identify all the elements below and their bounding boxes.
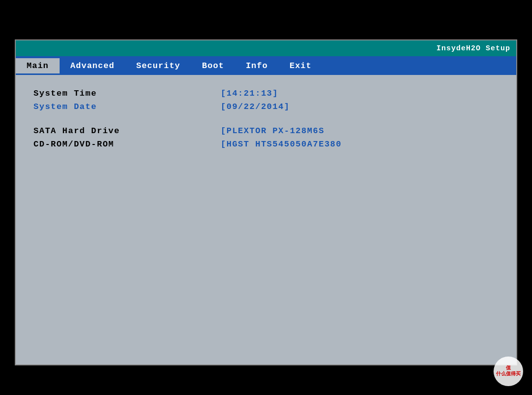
menu-item-security[interactable]: Security [125,58,191,73]
section-gap-1 [33,115,499,126]
cdrom-value: [HGST HTS545050A7E380 [221,140,342,149]
menu-item-exit[interactable]: Exit [279,58,323,73]
menu-item-main[interactable]: Main [16,58,60,73]
system-time-row: System Time [14:21:13] [33,89,499,98]
brand-bar: InsydeH2O Setup [16,40,516,56]
sata-drive-value: [PLEXTOR PX-128M6S [221,126,325,136]
sata-drive-row: SATA Hard Drive [PLEXTOR PX-128M6S [33,126,499,136]
system-time-label: System Time [33,89,221,98]
menu-item-boot[interactable]: Boot [191,58,235,73]
menu-item-advanced[interactable]: Advanced [60,58,126,73]
system-date-row: System Date [09/22/2014] [33,102,499,111]
system-date-value[interactable]: [09/22/2014] [221,102,290,111]
bios-content: System Time [14:21:13] System Date [09/2… [16,75,516,364]
brand-label: InsydeH2O Setup [436,44,510,53]
menu-bar[interactable]: Main Advanced Security Boot Info Exit [16,56,516,75]
bios-screen: InsydeH2O Setup Main Advanced Security B… [15,39,517,365]
watermark: 值什么值得买 [494,357,523,386]
sata-drive-label: SATA Hard Drive [33,126,221,136]
cdrom-row: CD-ROM/DVD-ROM [HGST HTS545050A7E380 [33,140,499,149]
system-time-value[interactable]: [14:21:13] [221,89,278,98]
menu-item-info[interactable]: Info [235,58,279,73]
system-date-label: System Date [33,102,221,111]
watermark-text: 值什么值得买 [496,365,521,377]
cdrom-label: CD-ROM/DVD-ROM [33,140,221,149]
